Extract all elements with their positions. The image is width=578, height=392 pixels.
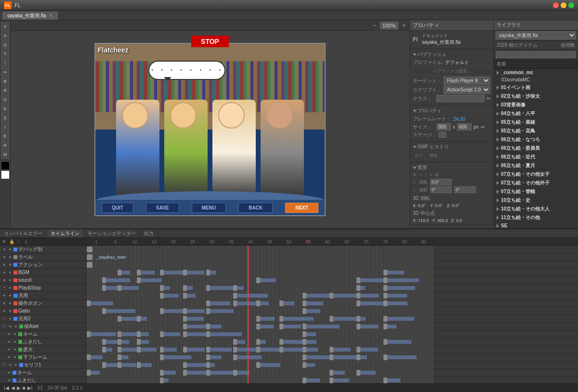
rotation-row: ○ 回転 <box>413 179 490 185</box>
stroke-color[interactable] <box>1 161 10 170</box>
subselect-tool[interactable]: A <box>1 31 10 40</box>
menu-button[interactable]: MENU <box>192 203 226 213</box>
layer-hanyo2[interactable]: ✕ ● 汎用2 <box>0 315 86 323</box>
lib-item-03[interactable]: 03背景画像 <box>494 101 578 109</box>
paint-bucket-tool[interactable]: K <box>1 105 10 113</box>
next-frame-button[interactable]: ▶| <box>27 385 33 391</box>
layer-label-row[interactable]: ● ● ラベル <box>0 253 86 261</box>
size-h-input[interactable] <box>457 123 472 131</box>
layer-kare-a[interactable]: ▽ ● ● 彼Aset <box>0 323 86 330</box>
skew-h-input[interactable] <box>430 186 452 193</box>
layer-gatio[interactable]: ● ● Gatio <box>0 307 86 315</box>
zoom-in-button[interactable]: + <box>401 22 407 29</box>
eraser-tool[interactable]: E <box>1 132 10 141</box>
layer-bgm[interactable]: ● ● BGM <box>0 269 86 276</box>
transform-collapse-icon[interactable] <box>413 167 417 169</box>
lib-item-10b[interactable]: 10立ち絵・その他大人 <box>494 205 578 213</box>
library-search-input[interactable] <box>496 51 576 58</box>
tab-file[interactable]: sayaka_作業用.fla ✕ <box>2 11 58 20</box>
brush-tool[interactable]: B <box>1 77 10 86</box>
layer-ops-btn[interactable]: ● ● 操作ボタン <box>0 300 86 307</box>
goto-first-button[interactable]: |◀ <box>4 385 9 391</box>
save-button[interactable]: SAVE <box>146 203 179 213</box>
zoom-tool[interactable]: M <box>1 150 10 159</box>
edit-icon[interactable]: ✏ <box>486 96 490 101</box>
publish-collapse-icon[interactable] <box>413 53 417 56</box>
maximize-button[interactable] <box>568 2 574 8</box>
next-button[interactable]: NEXT <box>285 203 318 213</box>
transform-tool[interactable]: Q <box>1 40 10 49</box>
layer-fuki2[interactable]: ● ふきだし <box>0 377 86 383</box>
layer-action[interactable]: ● ● アクション <box>0 261 86 269</box>
frame-span <box>106 309 135 313</box>
line-tool[interactable]: \ <box>1 59 10 67</box>
lib-item-04[interactable]: 04立ち絵・八平 <box>494 109 578 118</box>
quit-button[interactable]: QUIT <box>102 203 133 213</box>
pencil-tool[interactable]: ✏ <box>1 68 10 77</box>
minimize-button[interactable] <box>561 2 566 8</box>
playhead[interactable] <box>248 246 249 383</box>
lib-item-07c[interactable]: 07立ち絵・管轄 <box>494 187 578 196</box>
ink-bottle-tool[interactable]: S <box>1 114 10 122</box>
lib-item-07b[interactable]: 07立ち絵・その他外子 <box>494 179 578 187</box>
lib-item-se[interactable]: SE <box>494 222 578 228</box>
target-dropdown[interactable]: Flash Player 8 <box>444 77 490 85</box>
select-tool[interactable]: V <box>1 22 10 31</box>
tl-tab-compile-error[interactable]: コンパイルエラー <box>0 229 47 237</box>
lib-item-02[interactable]: 02立ち絵・沙弥太 <box>494 92 578 101</box>
lib-item-01event[interactable]: 01イベント画 <box>494 83 578 92</box>
fill-color[interactable] <box>1 170 10 179</box>
delete-button[interactable]: 消去 <box>427 152 440 160</box>
resize-icon[interactable]: ⇔ <box>481 124 485 130</box>
close-button[interactable] <box>553 2 559 8</box>
swf-collapse-icon[interactable] <box>413 146 417 148</box>
script-dropdown[interactable]: ActionScript 2.0 <box>444 86 490 94</box>
lib-item-05b[interactable]: 05立ち絵・花鳥 <box>494 127 578 135</box>
play-button[interactable]: ▶ <box>17 385 21 391</box>
layer-frame[interactable]: ● ● 下フレーム <box>0 353 86 361</box>
text-tool[interactable]: T <box>1 50 10 58</box>
layer-hikodai[interactable]: ● ● 彦大 <box>0 346 86 353</box>
layer-debug[interactable]: ● ● デバッグ別 <box>0 246 86 253</box>
log-button[interactable]: ログ <box>413 152 425 160</box>
lib-item-06b[interactable]: 06立ち絵・委員長 <box>494 144 578 153</box>
lib-item-01koma[interactable]: 01komaIaMC <box>494 76 578 83</box>
publish-settings-button[interactable]: パブリッシュ設定... <box>413 67 490 75</box>
library-file-dropdown[interactable]: sayoka_作業用.fla <box>496 31 576 39</box>
rotation-input[interactable] <box>430 179 452 185</box>
lib-item-06a[interactable]: 06立ち絵・なつろ <box>494 135 578 144</box>
oval-tool[interactable]: O <box>1 95 10 104</box>
layer-fuki1[interactable]: ● ● ふきだし <box>0 338 86 346</box>
hand-tool[interactable]: H <box>1 141 10 150</box>
lib-item-11[interactable]: 11立ち絵・その他 <box>494 213 578 222</box>
zoom-out-button[interactable]: − <box>372 22 377 29</box>
stop-button[interactable]: STOP <box>191 36 229 47</box>
layer-name2[interactable]: ● ネーム <box>0 369 86 377</box>
lib-item-06d[interactable]: 06立ち絵・夏月 <box>494 161 578 170</box>
lib-item-06c[interactable]: 06立ち絵・近代 <box>494 153 578 161</box>
tl-tab-timeline[interactable]: タイムライン <box>47 229 84 237</box>
eyedropper-tool[interactable]: I <box>1 123 10 131</box>
layer-sound[interactable]: ● ● sound <box>0 276 86 284</box>
props-collapse-icon[interactable] <box>413 110 417 112</box>
stop-tl-button[interactable]: ■ <box>23 385 26 391</box>
rectangle-tool[interactable]: R <box>1 86 10 95</box>
class-input[interactable] <box>436 95 485 102</box>
layer-serif1[interactable]: ▽ ● ● セリフ1 <box>0 361 86 369</box>
layer-hanyo[interactable]: ● ● 汎用 <box>0 292 86 300</box>
layer-name1[interactable]: ● ● ネーム <box>0 330 86 338</box>
lib-item-07a[interactable]: 07立ち絵・その他女子 <box>494 170 578 179</box>
stage-color-swatch[interactable] <box>439 132 447 138</box>
tl-tab-motion-editor[interactable]: モーションエディター <box>84 229 140 237</box>
tl-tab-output[interactable]: 出力 <box>140 229 158 237</box>
tab-close-icon[interactable]: ✕ <box>49 13 53 18</box>
skew-v-input[interactable] <box>454 186 476 193</box>
back-button[interactable]: BACK <box>238 203 273 213</box>
size-w-input[interactable] <box>436 123 451 131</box>
prev-frame-button[interactable]: ◀ <box>11 385 15 391</box>
lib-item-10a[interactable]: 10立ち絵・史 <box>494 196 578 205</box>
lib-item-05a[interactable]: 05立ち絵・菜緒 <box>494 118 578 127</box>
lib-item-common-mc[interactable]: _common_mc <box>494 69 578 76</box>
layer-playstop[interactable]: ✕ ● Play&Stop <box>0 284 86 292</box>
timeline-frames[interactable]: 1 5 10 15 20 25 30 35 40 45 50 55 60 65 … <box>87 238 578 383</box>
